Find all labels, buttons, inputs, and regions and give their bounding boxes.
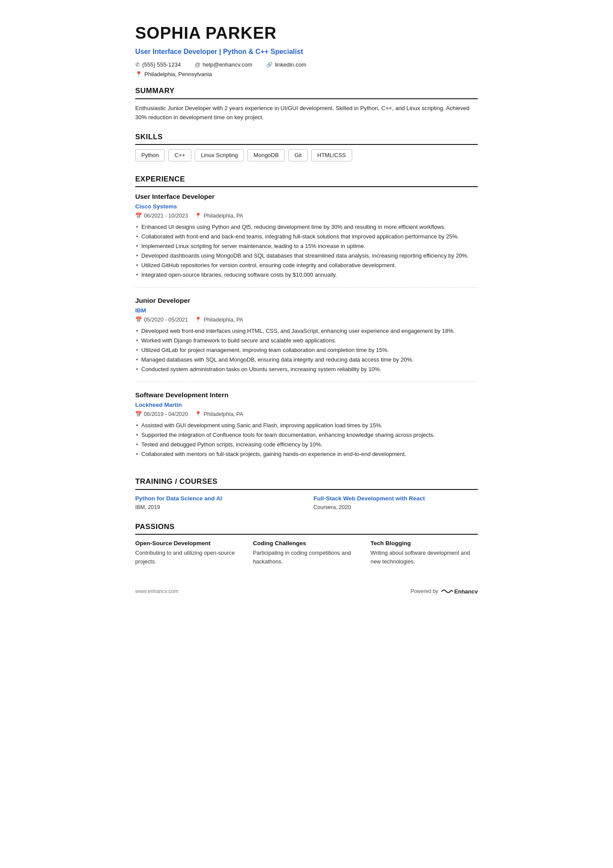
resume-header: SOPHIA PARKER User Interface Developer |…: [135, 21, 478, 78]
exp-bullet: Utilized GitLab for project management, …: [135, 346, 478, 355]
calendar-icon: 📅: [135, 212, 142, 220]
phone-contact: ✆ (555) 555-1234: [135, 60, 181, 69]
exp-bullet: Worked with Django framework to build se…: [135, 336, 478, 345]
exp-location-text: Philadelphia, PA: [203, 212, 243, 220]
location-icon: 📍: [195, 212, 202, 220]
training-section: TRAINING / COURSES Python for Data Scien…: [135, 476, 478, 512]
skills-row: PythonC++Linux ScriptingMongoDBGitHTML/C…: [135, 149, 478, 164]
experience-section: EXPERIENCE User Interface Developer Cisc…: [135, 174, 478, 466]
email-value: help@enhancv.com: [203, 60, 252, 69]
passion-desc: Participating in coding competitions and…: [253, 549, 360, 565]
skills-section-title: SKILLS: [135, 131, 478, 145]
exp-dates: 📅 05/2020 - 05/2021: [135, 316, 188, 324]
exp-job-title: Junior Developer: [135, 295, 478, 305]
location-value: Philadelphia, Pennsylvania: [144, 70, 212, 79]
exp-bullets: Assisted with GUI development using Sani…: [135, 421, 478, 459]
exp-bullet: Collaborated with mentors on full-stack …: [135, 450, 478, 459]
enhancv-logo-icon: [441, 588, 453, 595]
exp-company: Lockheed Martin: [135, 401, 478, 409]
experience-entry: User Interface Developer Cisco Systems 📅…: [135, 191, 478, 288]
experience-section-title: EXPERIENCE: [135, 174, 478, 188]
exp-bullet: Managed databases with SQL and MongoDB, …: [135, 355, 478, 364]
location-icon: 📍: [195, 316, 202, 324]
passion-title: Open-Source Development: [135, 539, 243, 548]
exp-location: 📍 Philadelphia, PA: [195, 212, 243, 220]
location-pin-icon: 📍: [135, 70, 142, 79]
exp-meta: 📅 06/2021 - 10/2023 📍 Philadelphia, PA: [135, 212, 478, 220]
exp-dates: 📅 06/2021 - 10/2023: [135, 212, 188, 220]
experience-entry: Software Development Intern Lockheed Mar…: [135, 390, 478, 466]
exp-bullet: Integrated open-source libraries, reduci…: [135, 271, 478, 279]
passions-grid: Open-Source Development Contributing to …: [135, 539, 478, 566]
exp-job-title: User Interface Developer: [135, 191, 478, 201]
training-title: Full-Stack Web Development with React: [313, 494, 478, 503]
exp-dates-text: 06/2019 - 04/2020: [144, 410, 188, 419]
exp-bullet: Assisted with GUI development using Sani…: [135, 421, 478, 430]
exp-location: 📍 Philadelphia, PA: [195, 410, 243, 419]
exp-bullet: Supported the integration of Confluence …: [135, 431, 478, 439]
location-row: 📍 Philadelphia, Pennsylvania: [135, 70, 478, 79]
skill-tag: MongoDB: [247, 149, 285, 161]
training-sub: Coursera, 2020: [313, 503, 478, 512]
experience-entries: User Interface Developer Cisco Systems 📅…: [135, 191, 478, 466]
exp-dates: 📅 06/2019 - 04/2020: [135, 410, 188, 419]
summary-section-title: SUMMARY: [135, 85, 478, 99]
passion-title: Tech Blogging: [370, 539, 478, 548]
exp-meta: 📅 06/2019 - 04/2020 📍 Philadelphia, PA: [135, 410, 478, 419]
training-item: Python for Data Science and AI IBM, 2019: [135, 494, 300, 512]
skill-tag: Linux Scripting: [195, 149, 244, 161]
phone-icon: ✆: [135, 60, 140, 69]
linkedin-contact[interactable]: 🔗 linkedin.com: [266, 60, 306, 69]
brand-name: Enhancv: [454, 587, 478, 596]
summary-section: SUMMARY Enthusiastic Junior Developer wi…: [135, 85, 478, 122]
exp-meta: 📅 05/2020 - 05/2021 📍 Philadelphia, PA: [135, 316, 478, 324]
passion-title: Coding Challenges: [253, 539, 360, 548]
enhancv-brand: Enhancv: [441, 587, 478, 596]
training-item: Full-Stack Web Development with React Co…: [313, 494, 478, 512]
footer-website: www.enhancv.com: [135, 587, 178, 595]
exp-bullet: Developed dashboards using MongoDB and S…: [135, 251, 478, 260]
exp-location: 📍 Philadelphia, PA: [195, 316, 243, 324]
exp-bullet: Utilized GitHub repositories for version…: [135, 261, 478, 270]
location-icon: 📍: [195, 410, 202, 419]
phone-value: (555) 555-1234: [142, 60, 181, 69]
candidate-name: SOPHIA PARKER: [135, 21, 478, 46]
calendar-icon: 📅: [135, 410, 142, 419]
skill-tag: C++: [168, 149, 191, 161]
training-grid: Python for Data Science and AI IBM, 2019…: [135, 494, 478, 512]
exp-bullet: Collaborated with front-end and back-end…: [135, 232, 478, 241]
skill-tag: Git: [288, 149, 308, 161]
email-icon: @: [195, 60, 200, 69]
calendar-icon: 📅: [135, 316, 142, 324]
skill-tag: HTML/CSS: [311, 149, 352, 161]
powered-label: Powered by: [410, 587, 438, 595]
footer-powered: Powered by Enhancv: [410, 587, 478, 596]
email-contact: @ help@enhancv.com: [195, 60, 252, 69]
footer: www.enhancv.com Powered by Enhancv: [135, 583, 478, 596]
contact-row: ✆ (555) 555-1234 @ help@enhancv.com 🔗 li…: [135, 60, 478, 69]
summary-text: Enthusiastic Junior Developer with 2 yea…: [135, 104, 478, 122]
link-icon: 🔗: [266, 61, 273, 69]
experience-entry: Junior Developer IBM 📅 05/2020 - 05/2021…: [135, 295, 478, 382]
skill-tag: Python: [135, 149, 165, 161]
passions-section-title: PASSIONS: [135, 521, 478, 535]
skills-section: SKILLS PythonC++Linux ScriptingMongoDBGi…: [135, 131, 478, 164]
exp-dates-text: 06/2021 - 10/2023: [144, 212, 188, 220]
exp-job-title: Software Development Intern: [135, 390, 478, 400]
training-sub: IBM, 2019: [135, 503, 300, 512]
exp-bullets: Enhanced UI designs using Python and Qt5…: [135, 223, 478, 280]
exp-dates-text: 05/2020 - 05/2021: [144, 316, 188, 324]
candidate-title: User Interface Developer | Python & C++ …: [135, 47, 478, 57]
passion-desc: Writing about software development and n…: [370, 549, 478, 565]
exp-location-text: Philadelphia, PA: [203, 410, 243, 419]
exp-bullet: Implemented Linux scripting for server m…: [135, 242, 478, 251]
exp-company: Cisco Systems: [135, 202, 478, 211]
passions-section: PASSIONS Open-Source Development Contrib…: [135, 521, 478, 566]
training-title: Python for Data Science and AI: [135, 494, 300, 503]
exp-bullet: Conducted system administration tasks on…: [135, 365, 478, 374]
linkedin-value: linkedin.com: [275, 60, 306, 69]
passion-desc: Contributing to and utilizing open-sourc…: [135, 549, 243, 565]
exp-company: IBM: [135, 306, 478, 315]
exp-bullet: Developed web front-end interfaces using…: [135, 327, 478, 335]
passion-item: Open-Source Development Contributing to …: [135, 539, 243, 566]
